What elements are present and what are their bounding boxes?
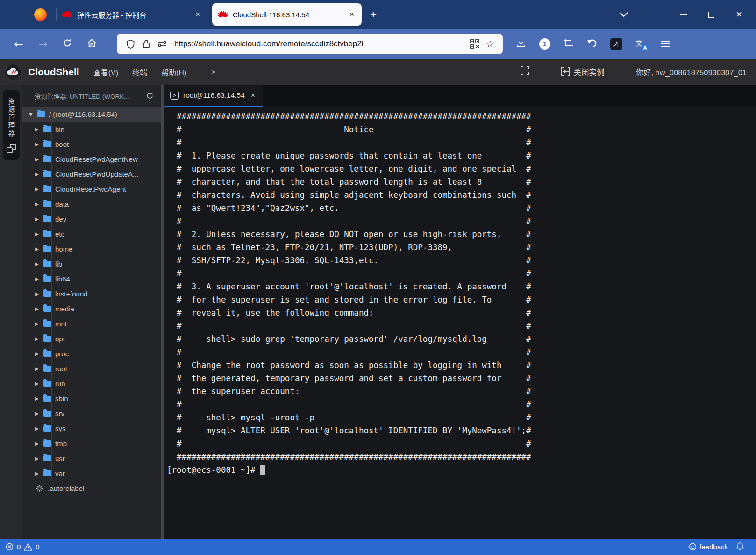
fullscreen-icon[interactable] [521, 66, 529, 77]
translate-icon[interactable]: 文 A [635, 38, 648, 50]
shield-icon[interactable] [126, 39, 135, 49]
terminal-prompt-line[interactable]: [root@ecs-0001 ~]# [167, 463, 756, 476]
chevron-collapsed-icon[interactable]: ▶ [35, 336, 43, 341]
back-button[interactable]: ← [7, 38, 31, 50]
chevron-collapsed-icon[interactable]: ▶ [35, 321, 43, 326]
chevron-collapsed-icon[interactable]: ▶ [35, 187, 43, 192]
maximize-button[interactable] [708, 12, 714, 18]
chevron-collapsed-icon[interactable]: ▶ [35, 172, 43, 177]
tree-row[interactable]: ▶ run [22, 376, 161, 391]
chevron-collapsed-icon[interactable]: ▶ [35, 291, 43, 296]
chevron-expanded-icon[interactable]: ▼ [29, 112, 37, 117]
tree-row-label: tmp [55, 440, 67, 447]
chevron-collapsed-icon[interactable]: ▶ [35, 351, 43, 356]
tree-row[interactable]: ▶ sys [22, 421, 161, 436]
download-icon[interactable] [516, 38, 526, 50]
chevron-collapsed-icon[interactable]: ▶ [35, 261, 43, 267]
tree-row-autorelabel[interactable]: .autorelabel [22, 481, 161, 496]
chevron-collapsed-icon[interactable]: ▶ [35, 306, 43, 311]
tree-row[interactable]: ▶ root [22, 361, 161, 376]
extension-icon[interactable] [610, 38, 622, 50]
status-bar: 0 0 feedback [0, 539, 756, 555]
huawei-logo-icon [218, 10, 228, 19]
chevron-collapsed-icon[interactable]: ▶ [35, 471, 43, 476]
tree-row[interactable]: ▶ mnt [22, 316, 161, 331]
chevron-collapsed-icon[interactable]: ▶ [35, 231, 43, 237]
menu-hamburger-icon[interactable] [661, 41, 670, 48]
chevron-collapsed-icon[interactable]: ▶ [35, 216, 43, 222]
chevron-collapsed-icon[interactable]: ▶ [35, 366, 43, 371]
qr-code-icon[interactable] [470, 39, 479, 49]
address-bar[interactable]: https://shell.huaweicloud.com/remote/scc… [117, 34, 503, 54]
chevron-collapsed-icon[interactable]: ▶ [35, 246, 43, 252]
minimize-button[interactable] [680, 14, 687, 15]
terminal-tab-close-icon[interactable]: × [249, 91, 257, 100]
url-text[interactable]: https://shell.huaweicloud.com/remote/scc… [174, 39, 466, 49]
activity-bar: 资源管理器 [0, 85, 22, 539]
tab-close-icon[interactable]: × [193, 10, 202, 19]
tree-row[interactable]: ▶ tmp [22, 436, 161, 451]
refresh-icon[interactable] [146, 92, 154, 100]
tree-row[interactable]: ▶ sbin [22, 391, 161, 406]
tree-row[interactable]: ▶ CloudResetPwdAgentNew [22, 151, 161, 166]
new-tab-button[interactable]: + [370, 8, 377, 21]
firefox-icon[interactable] [34, 8, 47, 21]
screenshot-crop-icon[interactable] [563, 38, 573, 50]
forward-button[interactable]: → [31, 38, 55, 50]
tree-row[interactable]: ▶ bin [22, 122, 161, 137]
chevron-collapsed-icon[interactable]: ▶ [35, 142, 43, 147]
notifications-bell-icon[interactable] [736, 542, 744, 552]
chevron-collapsed-icon[interactable]: ▶ [35, 202, 43, 207]
tab-cloudshell[interactable]: CloudShell-116.63.14.54 × [212, 3, 362, 26]
tree-row[interactable]: ▶ lib64 [22, 271, 161, 286]
tree-row[interactable]: ▶ var [22, 466, 161, 481]
bookmark-star-icon[interactable]: ☆ [486, 38, 494, 50]
menu-terminal[interactable]: 终端 [132, 66, 147, 78]
chevron-collapsed-icon[interactable]: ▶ [35, 456, 43, 461]
feedback-button[interactable]: feedback [689, 543, 728, 551]
terminal-tab[interactable]: > root@116.63.14.54 × [164, 85, 263, 107]
undo-arrow-icon[interactable] [586, 38, 597, 50]
tree-row[interactable]: ▶ etc [22, 226, 161, 241]
menu-view[interactable]: 查看(V) [93, 66, 118, 78]
chevron-collapsed-icon[interactable]: ▶ [35, 441, 43, 446]
reload-button[interactable] [55, 38, 79, 50]
tree-row[interactable]: ▶ lib [22, 256, 161, 271]
new-terminal-icon[interactable]: >_ [211, 67, 220, 76]
permissions-icon[interactable] [157, 40, 167, 48]
tree-row[interactable]: ▶ home [22, 241, 161, 256]
tree-row[interactable]: ▶ usr [22, 451, 161, 466]
terminal-screen[interactable]: ########################################… [164, 107, 756, 539]
home-button[interactable] [79, 38, 104, 50]
tree-row[interactable]: ▶ dev [22, 211, 161, 226]
notification-badge[interactable]: 1 [539, 38, 550, 50]
chevron-collapsed-icon[interactable]: ▶ [35, 396, 43, 401]
close-instance-button[interactable]: 关闭实例 [561, 66, 604, 78]
tree-row[interactable]: ▶ media [22, 301, 161, 316]
tree-row[interactable]: ▶ boot [22, 137, 161, 151]
chevron-collapsed-icon[interactable]: ▶ [35, 381, 43, 386]
window-close-button[interactable]: × [736, 9, 742, 20]
tree-row[interactable]: ▶ proc [22, 346, 161, 361]
activity-tab-explorer[interactable]: 资源管理器 [3, 90, 20, 160]
tree-row[interactable]: ▶ data [22, 196, 161, 211]
tree-row[interactable]: ▶ opt [22, 331, 161, 346]
chevron-collapsed-icon[interactable]: ▶ [35, 276, 43, 281]
tree-row-root[interactable]: ▼ / (root@116.63.14.54) [22, 107, 161, 122]
problems-summary[interactable]: 0 0 [6, 543, 40, 551]
tree-row[interactable]: ▶ CloudResetPwdUpdateA... [22, 166, 161, 181]
folder-icon [43, 381, 51, 387]
tab-console[interactable]: 弹性云服务器 - 控制台 × [57, 0, 207, 29]
chevron-collapsed-icon[interactable]: ▶ [35, 127, 43, 132]
tree-row[interactable]: ▶ srv [22, 406, 161, 421]
tree-row[interactable]: ▶ lost+found [22, 286, 161, 301]
menu-help[interactable]: 帮助(H) [161, 66, 186, 78]
tree-row-label: CloudResetPwdUpdateA... [55, 170, 138, 178]
chevron-collapsed-icon[interactable]: ▶ [35, 157, 43, 162]
tree-row[interactable]: ▶ CloudrResetPwdAgent [22, 181, 161, 196]
chevron-collapsed-icon[interactable]: ▶ [35, 426, 43, 431]
chevron-collapsed-icon[interactable]: ▶ [35, 411, 43, 416]
chevron-down-icon[interactable] [619, 12, 628, 17]
lock-icon[interactable] [143, 39, 150, 49]
tab-close-icon[interactable]: × [348, 10, 356, 19]
